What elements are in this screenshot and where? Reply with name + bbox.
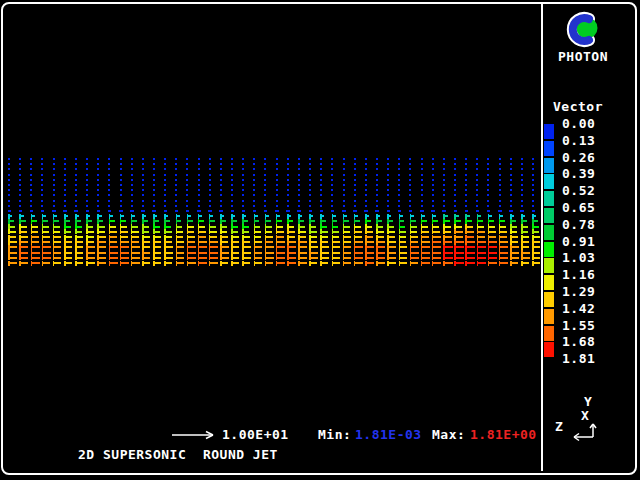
legend-band (544, 124, 554, 139)
legend-level: 1.16 (562, 268, 595, 282)
legend-band (544, 258, 554, 273)
photon-app-window: PHOTON Vector 0.000.130.260.390.520.650.… (0, 0, 640, 480)
plot-title: 2D SUPERSONIC ROUND JET (78, 448, 278, 462)
legend-level: 1.03 (562, 251, 595, 265)
legend-level: 0.26 (562, 151, 595, 165)
app-title: PHOTON (536, 50, 630, 64)
legend-swatches (544, 124, 554, 364)
axis-label-y: Y (584, 395, 592, 409)
legend-band (544, 225, 554, 240)
legend-band (544, 275, 554, 290)
legend-level: 1.42 (562, 302, 595, 316)
min-value: 1.81E-03 (355, 428, 422, 442)
legend-band (544, 242, 554, 257)
legend-level: 0.00 (562, 117, 595, 131)
legend-level: 0.52 (562, 184, 595, 198)
axis-label-z: Z (555, 420, 563, 434)
legend-level: 1.55 (562, 319, 595, 333)
legend-level: 1.29 (562, 285, 595, 299)
legend-level: 1.68 (562, 335, 595, 349)
legend-band (544, 158, 554, 173)
legend-level: 0.39 (562, 167, 595, 181)
reference-vector-value: 1.00E+01 (222, 428, 289, 442)
legend-labels: 0.000.130.260.390.520.650.780.911.031.16… (562, 117, 622, 377)
reference-arrow-icon (172, 432, 213, 439)
min-label: Min: (318, 428, 351, 442)
legend-band (544, 309, 554, 324)
axis-triad-icon (574, 424, 596, 441)
legend-band (544, 208, 554, 223)
legend-band (544, 191, 554, 206)
legend-level: 0.65 (562, 201, 595, 215)
legend-level: 1.81 (562, 352, 595, 366)
max-value: 1.81E+00 (470, 428, 537, 442)
legend-band (544, 292, 554, 307)
legend-level: 0.91 (562, 235, 595, 249)
photon-logo (561, 10, 607, 50)
legend-level: 0.13 (562, 134, 595, 148)
legend-band (544, 174, 554, 189)
legend-band (544, 326, 554, 341)
legend-title: Vector (553, 100, 603, 114)
legend-band (544, 141, 554, 156)
legend-band (544, 342, 554, 357)
axis-label-x: X (581, 409, 589, 423)
legend-level: 0.78 (562, 218, 595, 232)
max-label: Max: (432, 428, 465, 442)
